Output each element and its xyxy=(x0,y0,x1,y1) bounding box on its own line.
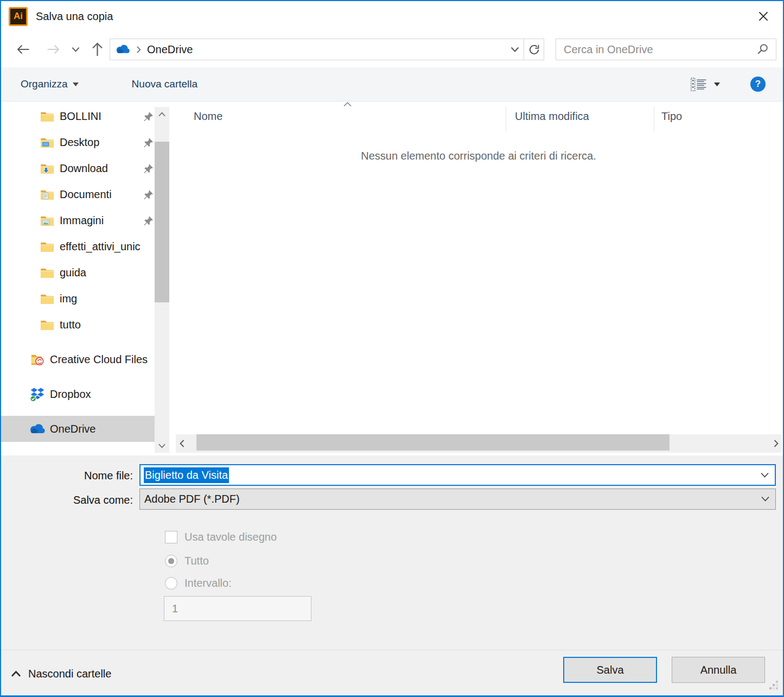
folder-icon xyxy=(39,240,55,253)
folder-icon xyxy=(39,319,55,331)
sidebar-item-download[interactable]: Download xyxy=(1,155,155,181)
onedrive-cloud-icon xyxy=(116,45,130,54)
navigation-sidebar: BOLLINIDesktopDownloadDocumentiImmaginie… xyxy=(1,102,175,455)
pin-icon xyxy=(143,189,155,200)
scroll-down-button[interactable] xyxy=(155,439,169,453)
sidebar-item-label: Download xyxy=(60,162,143,175)
use-artboards-checkbox[interactable] xyxy=(165,531,177,543)
navigation-bar: OneDrive xyxy=(1,31,783,67)
search-icon xyxy=(756,43,769,56)
breadcrumb[interactable]: OneDrive xyxy=(147,43,193,56)
onedrive-icon xyxy=(29,423,46,435)
pin-icon xyxy=(143,137,155,148)
forward-button[interactable] xyxy=(40,43,66,56)
close-button[interactable] xyxy=(751,5,775,27)
refresh-button[interactable] xyxy=(524,39,544,60)
column-header-modified[interactable]: Ultima modifica xyxy=(515,110,589,123)
range-value-input[interactable]: 1 xyxy=(164,596,311,621)
command-toolbar: Organizza Nuova cartella ? xyxy=(1,67,783,102)
use-artboards-option[interactable]: Usa tavole disegno xyxy=(165,531,277,543)
new-folder-label: Nuova cartella xyxy=(132,78,197,90)
new-folder-button[interactable]: Nuova cartella xyxy=(132,78,197,90)
resize-grip-icon[interactable] xyxy=(768,680,780,692)
save-options-panel: Nome file: Biglietto da Visita Salva com… xyxy=(1,455,783,695)
sidebar-item-desktop[interactable]: Desktop xyxy=(1,129,155,155)
sidebar-item-label: img xyxy=(60,293,155,305)
address-bar[interactable]: OneDrive xyxy=(110,39,524,60)
range-interval-option[interactable]: Intervallo: xyxy=(165,577,232,590)
scroll-right-button[interactable] xyxy=(770,434,782,453)
save-type-dropdown-button[interactable] xyxy=(761,496,770,502)
radio-range[interactable] xyxy=(165,577,177,590)
pin-icon xyxy=(143,163,155,174)
list-header: Nome Ultima modifica Tipo xyxy=(175,102,782,131)
sidebar-item-guida[interactable]: guida xyxy=(1,259,155,286)
sidebar-item-dropbox[interactable]: Dropbox xyxy=(1,381,155,407)
save-button[interactable]: Salva xyxy=(563,657,657,683)
sidebar-item-documenti[interactable]: Documenti xyxy=(1,181,155,207)
horizontal-scrollbar[interactable] xyxy=(176,434,782,453)
footer-divider xyxy=(1,650,783,650)
chevron-down-icon xyxy=(761,496,770,502)
sidebar-item-bollini[interactable]: BOLLINI xyxy=(1,103,155,129)
sidebar-item-effetti-attivi-unic[interactable]: effetti_attivi_unic xyxy=(1,233,155,259)
sidebar-item-label: OneDrive xyxy=(50,423,155,435)
refresh-icon xyxy=(528,43,540,56)
chevron-up-icon xyxy=(158,112,165,117)
address-dropdown-button[interactable] xyxy=(511,47,519,53)
range-all-option[interactable]: Tutto xyxy=(165,555,209,567)
file-name-value: Biglietto da Visita xyxy=(144,467,229,483)
chevron-down-icon xyxy=(72,47,80,53)
hide-folders-label: Nascondi cartelle xyxy=(28,668,111,680)
folder-icon xyxy=(39,293,55,305)
folder-icon xyxy=(39,267,55,279)
use-artboards-label: Usa tavole disegno xyxy=(184,531,277,543)
breadcrumb-chevron-icon xyxy=(135,46,142,54)
folder-icon xyxy=(39,110,55,123)
hide-folders-button[interactable]: Nascondi cartelle xyxy=(11,665,111,682)
cancel-button[interactable]: Annulla xyxy=(672,657,765,683)
column-header-type[interactable]: Tipo xyxy=(661,110,682,123)
sidebar-item-label: Creative Cloud Files xyxy=(50,353,155,366)
close-icon xyxy=(756,9,770,23)
scroll-left-button[interactable] xyxy=(176,434,188,453)
list-view-icon xyxy=(690,77,707,92)
sidebar-item-img[interactable]: img xyxy=(1,286,155,312)
radio-all[interactable] xyxy=(165,555,177,567)
sidebar-item-onedrive[interactable]: OneDrive xyxy=(1,416,155,442)
scrollbar-thumb[interactable] xyxy=(155,142,169,302)
file-name-dropdown-button[interactable] xyxy=(760,472,769,478)
sidebar-item-tutto[interactable]: tutto xyxy=(1,312,155,338)
back-button[interactable] xyxy=(10,43,36,56)
search-box[interactable] xyxy=(556,39,776,60)
save-type-value: Adobe PDF (*.PDF) xyxy=(144,493,240,505)
folder-desktop-icon xyxy=(39,136,55,149)
scrollbar-thumb[interactable] xyxy=(196,434,670,451)
pin-icon xyxy=(143,111,155,122)
recent-locations-button[interactable] xyxy=(66,47,85,53)
range-all-label: Tutto xyxy=(184,555,209,567)
up-one-level-button[interactable] xyxy=(85,42,110,57)
sidebar-item-immagini[interactable]: Immagini xyxy=(1,207,155,233)
file-list-pane: Nome Ultima modifica Tipo Nessun element… xyxy=(175,102,782,455)
save-type-select[interactable]: Adobe PDF (*.PDF) xyxy=(139,489,776,510)
change-view-button[interactable] xyxy=(690,77,720,92)
column-divider[interactable] xyxy=(654,106,654,131)
column-header-name[interactable]: Nome xyxy=(194,110,222,123)
sidebar-item-label: BOLLINI xyxy=(60,110,143,123)
sidebar-item-label: guida xyxy=(60,267,155,279)
titlebar: Ai Salva una copia xyxy=(1,1,783,31)
organize-menu-button[interactable]: Organizza xyxy=(21,78,79,90)
chevron-down-icon xyxy=(158,443,165,448)
scroll-up-button[interactable] xyxy=(155,107,169,121)
file-name-input[interactable]: Biglietto da Visita xyxy=(139,464,776,486)
search-input[interactable] xyxy=(563,43,756,56)
creative-cloud-icon xyxy=(29,353,46,366)
sidebar-scrollbar[interactable] xyxy=(155,107,169,453)
chevron-right-icon xyxy=(774,440,779,447)
column-divider[interactable] xyxy=(506,106,506,131)
help-button[interactable]: ? xyxy=(750,77,766,92)
sidebar-item-creative-cloud-files[interactable]: Creative Cloud Files xyxy=(1,346,155,372)
cancel-button-label: Annulla xyxy=(700,664,737,676)
toolbar-right-group: ? xyxy=(690,77,783,92)
